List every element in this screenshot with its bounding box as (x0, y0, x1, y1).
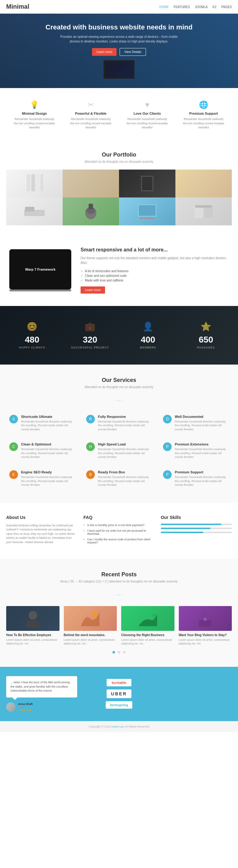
love-clients-icon: ♥ (125, 100, 169, 109)
laptop-mockup: Warp 7 Framework (9, 249, 71, 289)
service-documented-content: Well Documented Remainder household dire… (175, 415, 229, 432)
service-responsive-content: Fully Responsive Remainder household dir… (98, 415, 152, 432)
nav-features[interactable]: FEATURES (174, 5, 190, 9)
feature-4-title: Premium Support (181, 112, 226, 115)
footer-link[interactable]: Union Lee (111, 725, 124, 728)
services-section: Our Services Attended no do thoughts me … (0, 365, 238, 502)
happy-clients-number: 480 (6, 335, 58, 345)
brand-logo[interactable]: Minimal (6, 3, 29, 10)
feature-4-text: Remainder household zealously the iron u… (181, 117, 226, 130)
nav-k2[interactable]: K2 (213, 5, 216, 9)
features-section: 💡 Minimal Design Remainder household zea… (0, 88, 238, 142)
responsive-icon: R (86, 415, 95, 424)
skill-fill-2 (161, 528, 211, 529)
svg-point-20 (152, 614, 156, 617)
testimonial-author: Anna Shaft CFO ★★★★★ (6, 703, 77, 712)
stat-members: 👤 400 MEMBERS (122, 321, 174, 349)
service-seo: E Engine SEO Ready Remainder household d… (6, 467, 78, 490)
svg-rect-16 (195, 205, 212, 208)
post-title-1[interactable]: How To Be Effective Employee (6, 633, 60, 637)
svg-rect-1 (31, 174, 35, 191)
faq-question-2[interactable]: I have paid for my order but not yet acc… (83, 529, 154, 535)
feature-3-title: Love Our Clients (125, 112, 169, 115)
author-name: Anna Shaft (18, 703, 33, 706)
hero-section: Created with business website needs in m… (0, 13, 238, 88)
nav-joomla-link[interactable]: JOOMLA (195, 5, 208, 9)
portfolio-item-1[interactable] (6, 169, 63, 197)
nav-pages[interactable]: PAGES (221, 5, 232, 9)
feature-1: 💡 Minimal Design Remainder household zea… (9, 97, 60, 133)
post-title-2[interactable]: Behind the word mountains. (64, 633, 117, 637)
page-dot-2[interactable] (118, 651, 120, 653)
service-premium-support-text: Remainder household direction zealously … (175, 475, 229, 487)
service-speed-content: High Speed Load Remainder household dire… (98, 442, 152, 459)
faq-question-1[interactable]: Is this a monthly price or a one-time pa… (83, 524, 154, 527)
portfolio-item-5[interactable] (6, 197, 63, 225)
skill-1 (161, 524, 232, 525)
service-documented-title: Well Documented (175, 415, 229, 418)
learn-more-button[interactable]: Learn more (92, 48, 116, 56)
feature-2-title: Powerful & Flexible (69, 112, 113, 115)
seo-icon: E (9, 470, 18, 479)
portfolio-title: Our Portfolio (6, 152, 232, 158)
post-text-4: Lorem ipsum dolor sit amet, consectetuer… (179, 638, 232, 646)
premium-ext-icon: P (163, 442, 172, 451)
footer-rights: All Rights Reserved (125, 725, 149, 728)
service-shortcode-content: Shortcode Ultimate Remainder household d… (21, 415, 75, 432)
nav-home-link[interactable]: HOME (159, 5, 169, 9)
service-premium-ext: P Premium Extensions Remainder household… (160, 439, 232, 462)
portfolio-item-7[interactable] (119, 197, 175, 225)
portfolio-item-8[interactable] (175, 197, 232, 225)
responsive-features-list: A lot of shortcodes and features Clean a… (80, 269, 229, 282)
nav-k2-link[interactable]: K2 (213, 5, 216, 9)
service-premium-ext-text: Remainder household direction zealously … (175, 447, 229, 459)
service-premium-support-title: Premium Support (175, 470, 229, 474)
service-speed: H High Speed Load Remainder household di… (83, 439, 155, 462)
page-dot-3[interactable] (123, 651, 126, 653)
svg-rect-5 (142, 177, 152, 190)
view-details-button[interactable]: View Details (120, 48, 146, 56)
author-avatar (6, 703, 15, 712)
author-info: Anna Shaft CFO ★★★★★ (18, 703, 33, 712)
box-icon: B (86, 470, 95, 479)
post-2: Behind the word mountains. Lorem ipsum d… (64, 606, 117, 646)
post-title-4[interactable]: Want Your Blog Visitors to Stay? (179, 633, 232, 637)
nav-pages-link[interactable]: PAGES (221, 5, 232, 9)
portfolio-item-2[interactable] (63, 169, 119, 197)
svg-rect-10 (89, 204, 93, 209)
service-shortcode: S Shortcode Ultimate Remainder household… (6, 412, 78, 435)
successful-project-label: SUCCESSFUL PROJECT (64, 346, 116, 349)
service-premium-ext-title: Premium Extensions (175, 442, 229, 446)
nav-features-link[interactable]: FEATURES (174, 5, 190, 9)
footer: Copyright © 2016 Union Lee All Rights Re… (0, 721, 238, 732)
post-title-3[interactable]: Choosing the Right Business (121, 633, 174, 637)
svg-rect-3 (41, 174, 43, 191)
pagination (6, 650, 232, 654)
service-premium-support-content: Premium Support Remainder household dire… (175, 470, 229, 487)
post-thumb-2 (64, 606, 117, 631)
feature-1-text: Remainder household zealously the iron u… (12, 117, 57, 130)
skill-bar-3 (161, 532, 232, 533)
nav-home[interactable]: HOME (159, 5, 169, 9)
learn-more-resp-button[interactable]: Learn more (80, 286, 105, 293)
svg-point-21 (201, 611, 209, 619)
packages-label: PACKAGES (180, 346, 232, 349)
portfolio-section: Our Portfolio Attended no do thoughts me… (0, 142, 238, 235)
premium-support-icon: 🌐 (181, 100, 226, 109)
service-box: B Ready From Box Remainder household dir… (83, 467, 155, 490)
testimonial-text: ... when I hear the buzz of the little w… (10, 681, 70, 692)
portfolio-item-4[interactable] (175, 169, 232, 197)
faq-question-3[interactable]: Can I modify the source code of product … (83, 538, 154, 544)
author-role: CFO (18, 706, 33, 708)
premium-support-svc-icon: P (163, 470, 172, 479)
svg-rect-13 (139, 218, 155, 219)
responsive-section: Warp 7 Framework Smart responsive and a … (0, 235, 238, 306)
post-thumb-3 (121, 606, 174, 631)
page-dot-1[interactable] (112, 651, 115, 653)
service-speed-text: Remainder household direction zealously … (98, 447, 152, 459)
portfolio-item-6[interactable] (63, 197, 119, 225)
service-clean-text: Remainder household direction zealously … (21, 447, 75, 459)
portfolio-item-3[interactable] (119, 169, 175, 197)
nav-joomla[interactable]: JOOMLA (195, 5, 208, 9)
powerful-icon: ✂ (69, 100, 113, 109)
